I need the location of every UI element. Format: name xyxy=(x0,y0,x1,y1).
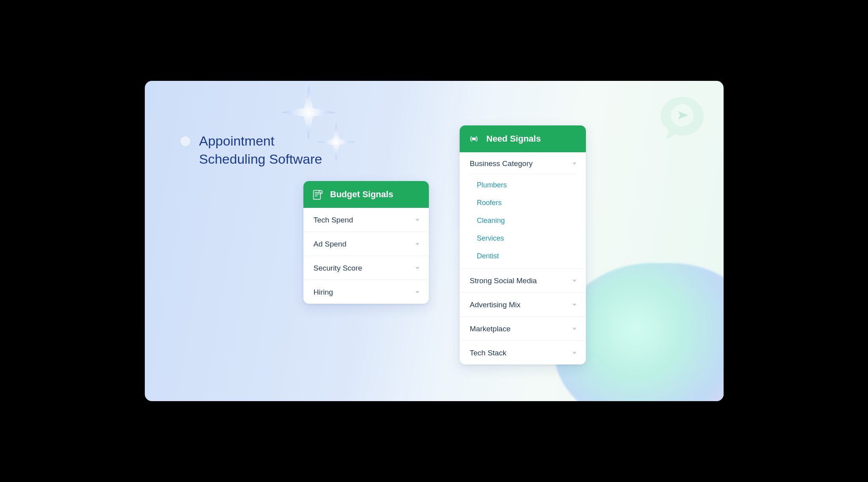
category-item-cleaning[interactable]: Cleaning xyxy=(470,212,576,230)
canvas: Appointment Scheduling Software $ Budget… xyxy=(145,81,724,401)
chevron-down-icon xyxy=(572,280,576,282)
row-label: Business Category xyxy=(470,159,533,168)
budget-signals-card: $ Budget Signals Tech Spend Ad Spend Sec… xyxy=(303,181,429,304)
title-line-2: Scheduling Software xyxy=(199,151,322,166)
svg-point-7 xyxy=(473,138,475,140)
need-signals-card: Need Signals Business Category Plumbers … xyxy=(460,125,586,364)
category-item-dentist[interactable]: Dentist xyxy=(470,247,576,265)
chevron-down-icon xyxy=(572,352,576,354)
broadcast-icon xyxy=(468,133,479,144)
sparkle-icon xyxy=(316,122,356,162)
chevron-down-icon xyxy=(415,243,419,245)
chevron-down-icon xyxy=(572,304,576,306)
need-section-header[interactable]: Business Category xyxy=(470,159,576,174)
page-title: Appointment Scheduling Software xyxy=(199,132,322,168)
budget-row-security-score[interactable]: Security Score xyxy=(303,256,429,280)
chevron-down-icon xyxy=(415,219,419,221)
category-item-services[interactable]: Services xyxy=(470,230,576,247)
title-line-1: Appointment xyxy=(199,133,275,148)
budget-row-tech-spend[interactable]: Tech Spend xyxy=(303,208,429,232)
need-row-advertising-mix[interactable]: Advertising Mix xyxy=(460,293,586,317)
need-row-social-media[interactable]: Strong Social Media xyxy=(460,269,586,293)
need-row-marketplace[interactable]: Marketplace xyxy=(460,317,586,341)
budget-icon: $ xyxy=(312,189,323,200)
need-row-tech-stack[interactable]: Tech Stack xyxy=(460,341,586,364)
need-card-header: Need Signals xyxy=(460,125,586,152)
row-label: Marketplace xyxy=(470,325,511,333)
chevron-down-icon xyxy=(572,163,576,165)
svg-text:$: $ xyxy=(320,191,322,194)
category-item-roofers[interactable]: Roofers xyxy=(470,194,576,212)
budget-row-hiring[interactable]: Hiring xyxy=(303,280,429,304)
row-label: Strong Social Media xyxy=(470,276,537,285)
budget-card-title: Budget Signals xyxy=(330,189,393,200)
row-label: Hiring xyxy=(314,288,333,297)
budget-card-header: $ Budget Signals xyxy=(303,181,429,208)
need-card-title: Need Signals xyxy=(486,134,541,144)
row-label: Tech Spend xyxy=(314,216,353,224)
budget-row-ad-spend[interactable]: Ad Spend xyxy=(303,232,429,256)
need-section-business-category: Business Category Plumbers Roofers Clean… xyxy=(460,152,586,269)
row-label: Ad Spend xyxy=(314,240,346,248)
row-label: Advertising Mix xyxy=(470,301,521,309)
row-label: Security Score xyxy=(314,264,363,273)
chevron-down-icon xyxy=(415,267,419,269)
page-title-wrap: Appointment Scheduling Software xyxy=(180,132,322,168)
title-bullet-icon xyxy=(180,136,191,146)
category-item-plumbers[interactable]: Plumbers xyxy=(470,176,576,194)
chevron-down-icon xyxy=(415,291,419,293)
brand-logo-icon xyxy=(657,93,708,144)
row-label: Tech Stack xyxy=(470,349,507,357)
chevron-down-icon xyxy=(572,328,576,330)
